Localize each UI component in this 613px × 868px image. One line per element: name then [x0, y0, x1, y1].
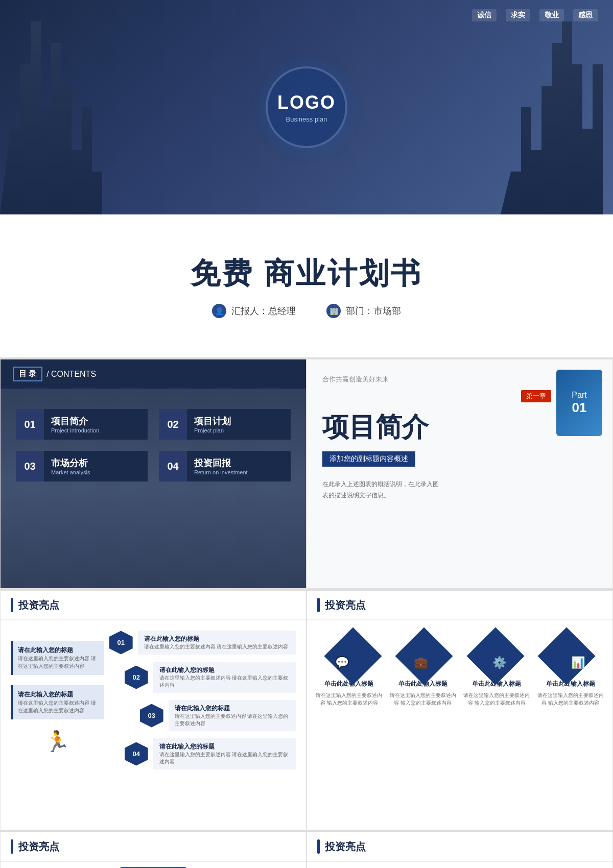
- contents-item-1: 01 项目简介 Project introduction: [16, 409, 148, 440]
- tag-qiushi: 求实: [506, 9, 530, 21]
- contents-num-4: 04: [159, 451, 187, 481]
- hex-desc-02: 请在这里输入您的主要叙述内容 请在这里输入您的主要叙述内容: [159, 674, 290, 689]
- contents-item-3: 03 市场分析 Market analysis: [16, 451, 148, 481]
- hero-slide: 诚信 求实 敬业 感恩 LOGO Business plan: [0, 0, 613, 214]
- tag-jingye: 敬业: [539, 9, 564, 21]
- diamond-desc-4: 请在这里输入您的主要叙述内容 输入您的主要叙述内容: [536, 691, 605, 707]
- invest-list-header: 投资亮点: [1, 832, 306, 862]
- hex-title-02: 请在此输入您的标题: [159, 666, 290, 674]
- invest-circle-slide: 投资亮点 🏠 您的标题 单击此处输入标题 请在这里输入您的主要叙述内容请在这里输…: [306, 832, 613, 868]
- contents-tag: 目 录: [13, 367, 42, 381]
- invest-circle-title: 投资亮点: [325, 840, 366, 854]
- contents-num-3: 03: [16, 451, 44, 481]
- invest-diamond-slide: 投资亮点 💬 💼 ⚙️ 📊 单击此处: [306, 590, 613, 830]
- hex-title-01: 请在此输入您的标题: [144, 635, 290, 643]
- invest-left-label-1: 请在此输入您的标题 请在这里输入您的主要叙述内容 请在这里输入您的主要叙述内容: [11, 641, 104, 675]
- department-icon: 🏢: [326, 304, 341, 318]
- buildings-left-decoration: [0, 0, 112, 214]
- contents-label-1: 项目简介: [44, 415, 99, 427]
- reporter-item: 👤 汇报人：总经理: [212, 304, 296, 318]
- hex-row-04: 04 请在此输入您的标题 请在这里输入您的主要叙述内容 请在这里输入您的主要叙述…: [125, 738, 296, 769]
- hex-title-04: 请在此输入您的标题: [159, 742, 290, 751]
- hex-label-02: 请在此输入您的标题 请在这里输入您的主要叙述内容 请在这里输入您的主要叙述内容: [153, 662, 296, 693]
- tag-chengxin: 诚信: [472, 9, 497, 21]
- reporter-label: 汇报人：总经理: [231, 305, 296, 317]
- invest-hex-header: 投资亮点: [1, 591, 306, 620]
- chapter-badge: 第一章: [521, 390, 551, 402]
- invest-left-desc-1: 请在这里输入您的主要叙述内容 请在这里输入您的主要叙述内容: [18, 655, 99, 670]
- chapter-desc: 在此录入上述图表的概括说明，在此录入图 表的描述说明文字信息。: [322, 479, 597, 501]
- invest-hex-title: 投资亮点: [18, 598, 59, 612]
- contents-item-2: 02 项目计划 Project plan: [159, 409, 291, 440]
- hex-shape-03: 03: [140, 704, 163, 728]
- invest-left-labels: 请在此输入您的标题 请在这里输入您的主要叙述内容 请在这里输入您的主要叙述内容 …: [11, 641, 104, 754]
- invest-left-title-2: 请在此输入您的标题: [18, 690, 99, 699]
- contents-label-2: 项目计划: [187, 415, 231, 427]
- invest-diamond-title: 投资亮点: [325, 598, 366, 612]
- diamond-icon-3: ⚙️: [479, 656, 520, 669]
- hero-center: LOGO Business plan: [266, 0, 347, 214]
- grid-invest-top: 投资亮点 请在此输入您的标题 请在这里输入您的主要叙述内容 请在这里输入您的主要…: [0, 589, 613, 830]
- hex-shape-04: 04: [125, 742, 148, 766]
- grid-invest-bottom: 投资亮点 01 单击此处输入标题 请在这里输入您的主要叙述内容 请在这里输入您的…: [0, 830, 613, 868]
- contents-items: 01 项目简介 Project introduction 02 项目计划 Pro…: [1, 389, 306, 502]
- invest-circle-header: 投资亮点: [307, 832, 612, 862]
- chapter-slide: 合作共赢创造美好未来 第一章 Part 01 项目简介 添加您的副标题内容概述 …: [306, 359, 613, 589]
- chapter-subtitle-bar: 添加您的副标题内容概述: [322, 451, 415, 467]
- diamond-desc-1: 请在这里输入您的主要叙述内容 输入您的主要叙述内容: [315, 691, 384, 707]
- hex-desc-03: 请在这里输入您的主要叙述内容 请在这里输入您的主要叙述内容: [175, 713, 290, 727]
- logo-text: LOGO: [277, 92, 336, 113]
- diamond-desc-2: 请在这里输入您的主要叙述内容 输入您的主要叙述内容: [389, 691, 458, 707]
- hex-shape-02: 02: [125, 666, 148, 689]
- subtitle-row: 👤 汇报人：总经理 🏢 部门：市场部: [212, 304, 401, 318]
- logo-circle: LOGO Business plan: [266, 66, 347, 148]
- circle-items-row: 🏠 您的标题 单击此处输入标题 请在这里输入您的主要叙述内容请在这里输入您的主要…: [307, 862, 612, 868]
- tag-ganen: 感恩: [573, 9, 598, 21]
- hex-row-02: 02 请在此输入您的标题 请在这里输入您的主要叙述内容 请在这里输入您的主要叙述…: [125, 662, 296, 693]
- section-accent-bar-3: [11, 839, 13, 854]
- contents-label-wrap-2: 项目计划 Project plan: [187, 415, 231, 433]
- contents-label-en-2: Project plan: [187, 427, 231, 433]
- contents-header: 目 录 / CONTENTS: [1, 359, 306, 389]
- invest-hex-content: 请在此输入您的标题 请在这里输入您的主要叙述内容 请在这里输入您的主要叙述内容 …: [1, 620, 306, 780]
- invest-hex-slide: 投资亮点 请在此输入您的标题 请在这里输入您的主要叙述内容 请在这里输入您的主要…: [0, 590, 306, 830]
- contents-label-4: 投资回报: [187, 457, 248, 469]
- hex-row-03: 03 请在此输入您的标题 请在这里输入您的主要叙述内容 请在这里输入您的主要叙述…: [140, 700, 296, 731]
- contents-label-3: 市场分析: [44, 457, 90, 469]
- hex-label-04: 请在此输入您的标题 请在这里输入您的主要叙述内容 请在这里输入您的主要叙述内容: [153, 738, 296, 769]
- contents-slide: 目 录 / CONTENTS 01 项目简介 Project introduct…: [0, 359, 306, 589]
- main-title: 免费 商业计划书: [191, 254, 422, 294]
- hex-desc-01: 请在这里输入您的主要叙述内容 请在这里输入您的主要叙述内容: [144, 643, 290, 650]
- contents-header-inner: 目 录 / CONTENTS: [13, 367, 96, 381]
- diamond-icon-4: 📊: [557, 656, 598, 669]
- section-accent-bar-4: [317, 839, 320, 854]
- invest-list-slide: 投资亮点 01 单击此处输入标题 请在这里输入您的主要叙述内容 请在这里输入您的…: [0, 832, 306, 868]
- hex-title-03: 请在此输入您的标题: [175, 704, 290, 713]
- hex-row-01: 01 请在此输入您的标题 请在这里输入您的主要叙述内容 请在这里输入您的主要叙述…: [109, 631, 296, 655]
- diamond-icon-2: 💼: [400, 656, 441, 669]
- contents-title-text: / CONTENTS: [46, 370, 96, 379]
- diamond-label-4: 单击此处输入标题 请在这里输入您的主要叙述内容 输入您的主要叙述内容: [534, 680, 608, 707]
- diamond-icon-1: 💬: [321, 656, 362, 669]
- logo-subtitle: Business plan: [286, 115, 327, 123]
- invest-left-desc-2: 请在这里输入您的主要叙述内容 请在这里输入您的主要叙述内容: [18, 699, 99, 714]
- buildings-right-decoration: [501, 0, 613, 214]
- contents-label-wrap-1: 项目简介 Project introduction: [44, 415, 99, 433]
- hexagon-area: 01 请在此输入您的标题 请在这里输入您的主要叙述内容 请在这里输入您的主要叙述…: [109, 631, 296, 769]
- contents-num-2: 02: [159, 409, 187, 440]
- contents-label-wrap-4: 投资回报 Return on investment: [187, 457, 248, 475]
- person-icon: 🏃: [11, 730, 104, 754]
- department-item: 🏢 部门：市场部: [326, 304, 401, 318]
- invest-left-label-2: 请在此输入您的标题 请在这里输入您的主要叙述内容 请在这里输入您的主要叙述内容: [11, 685, 104, 719]
- section-accent-bar-2: [317, 598, 320, 612]
- contents-label-en-3: Market analysis: [44, 469, 90, 475]
- part-num: 01: [572, 400, 587, 416]
- title-slide: 免费 商业计划书 👤 汇报人：总经理 🏢 部门：市场部: [0, 214, 613, 357]
- part-badge: Part 01: [556, 370, 602, 436]
- invest-diamond-header: 投资亮点: [307, 591, 612, 620]
- diamond-label-1: 单击此处输入标题 请在这里输入您的主要叙述内容 输入您的主要叙述内容: [312, 680, 386, 707]
- invest-list-content: 01 单击此处输入标题 请在这里输入您的主要叙述内容 请在这里输入您的主要叙述内…: [1, 862, 306, 868]
- section-accent-bar-1: [11, 598, 13, 612]
- reporter-icon: 👤: [212, 304, 226, 318]
- hex-label-03: 请在此输入您的标题 请在这里输入您的主要叙述内容 请在这里输入您的主要叙述内容: [169, 700, 296, 731]
